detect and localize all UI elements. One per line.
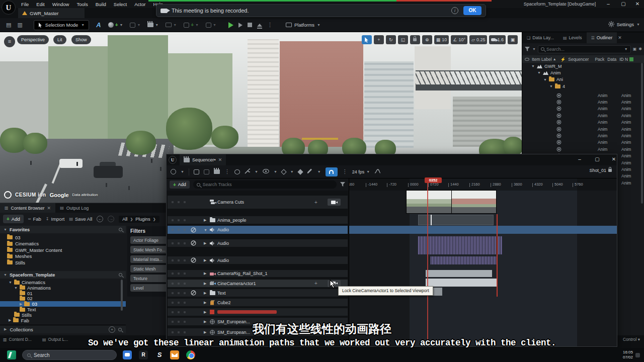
- add-section-icon[interactable]: +: [314, 200, 317, 205]
- mute-icon[interactable]: [191, 240, 196, 246]
- outliner-anim-row[interactable]: AnimAnim: [522, 112, 644, 119]
- taskbar-app-icon-chrome[interactable]: [186, 350, 195, 359]
- world-options-icon[interactable]: [171, 169, 176, 174]
- filter-level[interactable]: Level: [130, 284, 172, 292]
- favorite-item[interactable]: GWR_Master Content: [7, 247, 62, 253]
- close-button[interactable]: ✕: [632, 1, 643, 8]
- menu-actor[interactable]: Actor: [134, 2, 145, 7]
- camera-speed-button[interactable]: 1.6: [489, 35, 506, 44]
- taskbar-tray-icon[interactable]: [635, 353, 640, 357]
- taskbar-app-icon-s[interactable]: S: [155, 350, 164, 359]
- filter-icon[interactable]: [525, 47, 530, 52]
- tree-item-animations[interactable]: ▼Animations: [0, 285, 126, 291]
- info-icon[interactable]: i: [451, 7, 458, 14]
- mute-icon[interactable]: [191, 290, 196, 296]
- track-toggle-icon[interactable]: [172, 292, 174, 294]
- auto-key-icon[interactable]: [297, 169, 303, 174]
- sequence-hierarchy-icon[interactable]: [234, 169, 240, 174]
- outliner-anim-row[interactable]: AnimAnim: [522, 126, 644, 132]
- column-item-label[interactable]: Item Label: [532, 57, 552, 62]
- wrench-icon[interactable]: [245, 168, 250, 175]
- track-toggle-icon[interactable]: [178, 201, 180, 203]
- sequencer-track-unnamed[interactable]: ▶: [168, 308, 348, 316]
- camera-cut-section[interactable]: [418, 215, 494, 225]
- favorite-item[interactable]: Meshes: [7, 253, 32, 259]
- tree-item-cinematics[interactable]: ▼Cinematics: [0, 280, 126, 285]
- create-camera-icon[interactable]: [214, 169, 220, 174]
- track-toggle-icon[interactable]: [172, 302, 174, 304]
- scale-tool-button[interactable]: ◱: [398, 35, 408, 44]
- track-toggle-icon[interactable]: [178, 219, 180, 221]
- expand-caret-icon[interactable]: ▶: [204, 291, 206, 295]
- fab-button[interactable]: ∞Fab: [28, 216, 41, 222]
- save-icon[interactable]: [194, 169, 199, 174]
- rotate-tool-button[interactable]: ↻: [386, 35, 396, 44]
- menu-window[interactable]: Window: [52, 2, 69, 7]
- perspective-dropdown[interactable]: Perspective: [17, 35, 49, 44]
- sequencer-track-cinecameraactor1[interactable]: ▶CineCameraActor1+: [168, 280, 348, 287]
- minimize-button[interactable]: –: [603, 1, 614, 8]
- favorite-item[interactable]: Cinematics: [7, 241, 39, 247]
- track-toggle-icon[interactable]: [172, 273, 174, 275]
- tree-item-stills[interactable]: Stills: [0, 312, 126, 318]
- selection-mode-dropdown[interactable]: Selection Mode ▼: [34, 20, 89, 30]
- sequencer-title-bar[interactable]: [167, 154, 617, 165]
- menu-select[interactable]: Select: [114, 2, 127, 7]
- track-toggle-icon[interactable]: [172, 229, 174, 231]
- menu-build[interactable]: Build: [96, 2, 106, 7]
- minimize-button[interactable]: –: [574, 156, 585, 163]
- track-toggle-icon[interactable]: [184, 311, 186, 313]
- track-toggle-icon[interactable]: [184, 283, 186, 285]
- track-toggle-icon[interactable]: [184, 242, 186, 244]
- track-toggle-icon[interactable]: [178, 259, 180, 261]
- mute-icon[interactable]: [191, 257, 196, 263]
- audio-waveform[interactable]: [450, 236, 503, 254]
- column-sequencer[interactable]: Sequencer: [568, 57, 589, 62]
- maximize-button[interactable]: ▢: [592, 156, 603, 163]
- menu-file[interactable]: File: [21, 2, 29, 7]
- taskbar-app-icon-chat[interactable]: [123, 350, 132, 359]
- level-tab[interactable]: GWR_Master: [18, 8, 85, 18]
- track-section-bar[interactable]: [426, 270, 492, 277]
- cinematics-dropdown[interactable]: ▼: [147, 23, 158, 27]
- column-pack[interactable]: Pack: [595, 57, 604, 62]
- close-button[interactable]: ✕: [608, 156, 619, 163]
- eject-button[interactable]: [257, 24, 262, 27]
- sequencer-track-cube2[interactable]: ▶Cube2: [168, 299, 348, 306]
- timeline-ruler[interactable]: -2160-1440-72000000720144021602880360043…: [349, 178, 617, 191]
- play-options-icon[interactable]: ⋮: [267, 22, 273, 28]
- outliner-anim-row[interactable]: AnimAnim: [522, 139, 644, 146]
- add-section-icon[interactable]: +: [314, 281, 317, 286]
- expand-caret-icon[interactable]: ▶: [204, 272, 206, 276]
- track-section-bar[interactable]: [426, 279, 497, 287]
- settings-dropdown[interactable]: Settings ▼: [608, 21, 640, 27]
- foliage-dropdown[interactable]: ▼: [206, 23, 216, 28]
- spawnable-column-icon[interactable]: ⚡: [560, 57, 566, 62]
- expand-caret-icon[interactable]: ▼: [204, 228, 207, 232]
- blueprints-dropdown[interactable]: A: [96, 21, 101, 29]
- filter-static-mesh[interactable]: Static Mesh: [130, 265, 172, 273]
- play-button[interactable]: [228, 22, 233, 28]
- add-actor-dropdown[interactable]: +▼: [108, 22, 123, 28]
- track-toggle-icon[interactable]: [178, 292, 180, 294]
- camera-cuts-thumbnails[interactable]: [406, 190, 497, 214]
- fps-dropdown[interactable]: 24 fps▼: [352, 169, 370, 174]
- save-icon[interactable]: ▤: [6, 22, 11, 28]
- tree-item-01[interactable]: 01: [0, 291, 126, 296]
- tree-scrollbar[interactable]: [121, 280, 123, 311]
- curve-editor-icon[interactable]: [374, 168, 381, 175]
- sequencer-track-audio[interactable]: ▶Audio: [168, 256, 348, 264]
- track-toggle-icon[interactable]: [172, 259, 174, 261]
- outliner-anim-row[interactable]: AnimAnim: [522, 146, 644, 152]
- track-toggle-icon[interactable]: [184, 302, 186, 304]
- angle-snap-button[interactable]: ∠ 10°: [451, 35, 467, 44]
- column-id[interactable]: ID N: [619, 57, 628, 62]
- outliner-anim-row[interactable]: AnimAnim: [522, 92, 644, 99]
- track-toggle-icon[interactable]: [184, 201, 186, 203]
- outliner-anim-row[interactable]: AnimAnim: [522, 106, 644, 112]
- select-tool-button[interactable]: [362, 35, 372, 44]
- tree-item-text[interactable]: Text: [0, 307, 126, 312]
- favorites-header[interactable]: ▼Favorites: [0, 226, 126, 233]
- track-toggle-icon[interactable]: [178, 242, 180, 244]
- track-toggle-icon[interactable]: [172, 242, 174, 244]
